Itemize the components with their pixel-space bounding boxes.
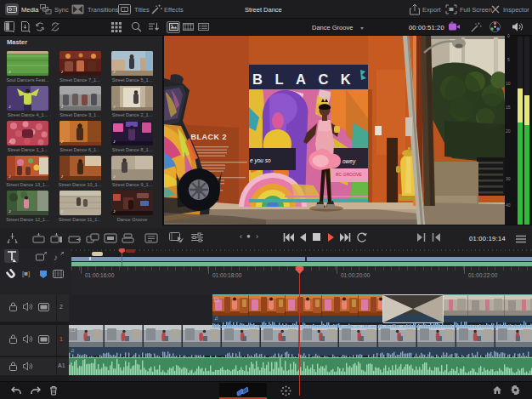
svg-text:e you so: e you so — [250, 157, 271, 164]
svg-text:owey: owey — [342, 158, 356, 165]
svg-text:RC GROOVE: RC GROOVE — [336, 172, 362, 177]
svg-text:♪: ♪ — [54, 253, 58, 261]
svg-text:BLACK: BLACK — [252, 71, 363, 87]
